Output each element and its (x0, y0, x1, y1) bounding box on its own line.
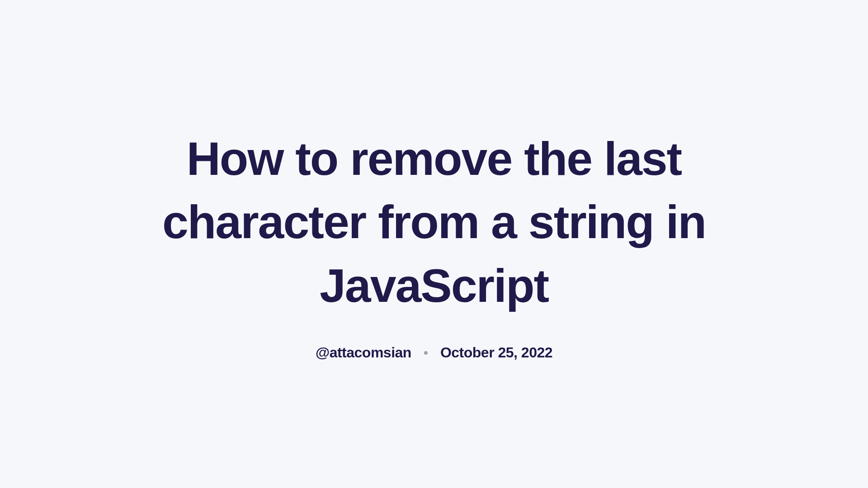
article-title: How to remove the last character from a … (118, 127, 750, 317)
publish-date: October 25, 2022 (440, 344, 552, 361)
separator-dot (424, 351, 428, 355)
author-handle: @attacomsian (316, 344, 411, 361)
article-meta: @attacomsian October 25, 2022 (316, 344, 552, 361)
